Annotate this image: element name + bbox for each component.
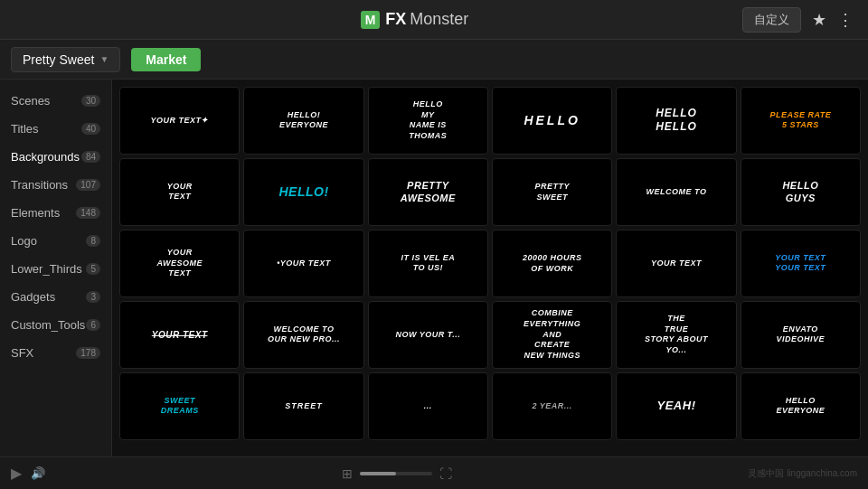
- header-actions: 自定义 ★ ⋮: [742, 7, 854, 33]
- content-area: YOUR TEXT✦ HELLO!EVERYONE HELLOMYNAME IS…: [112, 80, 868, 456]
- progress-bar[interactable]: [360, 472, 432, 475]
- grid-item-10-label: PRETTYSWEET: [531, 178, 573, 206]
- grid-item-12[interactable]: HELLOGUYS: [741, 158, 861, 226]
- grid-item-14[interactable]: •YOUR TEXT: [243, 230, 363, 297]
- volume-icon[interactable]: 🔊: [31, 466, 45, 480]
- grid-item-5[interactable]: HELLOHELLO: [616, 87, 736, 155]
- sidebar-item-logo[interactable]: Logo 8: [0, 227, 111, 255]
- grid-item-30[interactable]: HELLOEVERYONE: [741, 372, 861, 440]
- grid-item-2-label: HELLO!EVERYONE: [276, 107, 332, 135]
- grid-item-7[interactable]: YOURTEXT: [119, 158, 240, 226]
- sidebar-elements-label: Elements: [11, 206, 60, 220]
- market-tab[interactable]: Market: [131, 48, 201, 71]
- grid-item-18-label: YOUR TEXTYOUR TEXT: [771, 249, 829, 277]
- grid-item-28-label: 2 YEAR...: [528, 398, 575, 416]
- grid-item-8[interactable]: HELLO!: [243, 158, 363, 226]
- grid-item-16[interactable]: 20000 HOURSOF WORK: [492, 230, 612, 297]
- grid-item-23-label: THETRUESTORY ABOUTYO...: [641, 310, 712, 360]
- star-button[interactable]: ★: [812, 10, 826, 30]
- media-grid: YOUR TEXT✦ HELLO!EVERYONE HELLOMYNAME IS…: [119, 87, 861, 440]
- grid-item-24[interactable]: ENVATOVIDEOHIVE: [741, 301, 861, 369]
- grid-item-2[interactable]: HELLO!EVERYONE: [243, 87, 363, 155]
- fullscreen-icon[interactable]: ⛶: [439, 466, 452, 481]
- grid-item-15[interactable]: IT IS VEL EATO US!: [368, 230, 488, 297]
- sidebar-custom-tools-label: Custom_Tools: [11, 318, 85, 332]
- grid-item-13[interactable]: YOURAWESOMETEXT: [119, 230, 240, 297]
- grid-item-9-label: PRETTYAWESOME: [397, 175, 459, 209]
- sidebar-transitions-badge: 107: [76, 179, 100, 191]
- sidebar-item-transitions[interactable]: Transitions 107: [0, 171, 111, 199]
- sidebar-item-gadgets[interactable]: Gadgets 3: [0, 283, 111, 311]
- footer-right: 灵感中国 lingganchina.com: [748, 467, 857, 480]
- sidebar-elements-badge: 148: [76, 207, 100, 219]
- logo-monster: Monster: [410, 10, 468, 29]
- grid-item-21-label: NOW YOUR T...: [392, 326, 464, 344]
- sidebar-item-backgrounds[interactable]: Backgrounds 84: [0, 143, 111, 171]
- more-button[interactable]: ⋮: [837, 10, 854, 30]
- footer-center: ⊞ ⛶: [342, 466, 452, 481]
- grid-item-1-label: YOUR TEXT✦: [146, 112, 212, 130]
- sidebar-lower-thirds-label: Lower_Thirds: [11, 262, 82, 276]
- grid-item-6[interactable]: PLEASE RATE5 STARS: [741, 87, 861, 155]
- grid-item-29[interactable]: YEAH!: [616, 372, 736, 440]
- grid-item-14-label: •YOUR TEXT: [273, 255, 335, 273]
- grid-item-3-label: HELLOMYNAME ISTHOMAS: [405, 96, 450, 146]
- grid-item-9[interactable]: PRETTYAWESOME: [368, 158, 488, 226]
- grid-item-26-label: STREET: [281, 398, 326, 416]
- grid-item-28[interactable]: 2 YEAR...: [492, 372, 612, 440]
- grid-item-29-label: YEAH!: [654, 395, 700, 418]
- sidebar-sfx-badge: 178: [76, 347, 100, 359]
- grid-item-5-label: HELLOHELLO: [652, 103, 701, 138]
- sidebar-transitions-label: Transitions: [11, 178, 68, 192]
- grid-item-27[interactable]: ...: [368, 372, 488, 440]
- grid-item-19-label: YOUR TEXT: [148, 325, 212, 344]
- preset-dropdown[interactable]: Pretty Sweet ▼: [11, 47, 120, 72]
- grid-item-21[interactable]: NOW YOUR T...: [368, 301, 488, 369]
- logo-m-icon: M: [361, 11, 381, 29]
- grid-item-1[interactable]: YOUR TEXT✦: [119, 87, 240, 155]
- grid-item-27-label: ...: [420, 398, 436, 416]
- grid-view-icon[interactable]: ⊞: [342, 466, 353, 481]
- grid-item-23[interactable]: THETRUESTORY ABOUTYO...: [616, 301, 736, 369]
- logo: M FXMonster: [361, 10, 469, 29]
- grid-item-12-label: HELLOGUYS: [778, 175, 822, 209]
- grid-item-18[interactable]: YOUR TEXTYOUR TEXT: [741, 230, 861, 297]
- sidebar-item-lower-thirds[interactable]: Lower_Thirds 5: [0, 255, 111, 283]
- grid-item-15-label: IT IS VEL EATO US!: [397, 249, 458, 277]
- progress-bar-fill: [360, 472, 396, 475]
- grid-item-25[interactable]: SWEETDREAMS: [119, 372, 240, 440]
- sidebar-item-titles[interactable]: Titles 40: [0, 115, 111, 143]
- grid-item-17-label: YOUR TEXT: [647, 255, 705, 273]
- sidebar: Scenes 30 Titles 40 Backgrounds 84 Trans…: [0, 80, 112, 456]
- header: M FXMonster 自定义 ★ ⋮: [0, 0, 868, 40]
- preset-label: Pretty Sweet: [23, 52, 94, 67]
- sidebar-custom-tools-badge: 6: [86, 319, 100, 331]
- grid-item-11[interactable]: WELCOME TO: [616, 158, 736, 226]
- grid-item-3[interactable]: HELLOMYNAME ISTHOMAS: [368, 87, 488, 155]
- grid-item-4[interactable]: HELLO: [492, 87, 612, 155]
- customize-button[interactable]: 自定义: [742, 7, 801, 33]
- grid-item-17[interactable]: YOUR TEXT: [616, 230, 736, 297]
- grid-item-19[interactable]: YOUR TEXT: [119, 301, 240, 369]
- grid-item-7-label: YOURTEXT: [164, 178, 196, 206]
- grid-item-4-label: HELLO: [520, 108, 583, 132]
- sidebar-gadgets-badge: 3: [86, 291, 100, 303]
- grid-item-26[interactable]: STREET: [243, 372, 363, 440]
- footer-left: ▶ 🔊: [11, 465, 45, 482]
- sidebar-item-sfx[interactable]: SFX 178: [0, 339, 111, 367]
- sidebar-backgrounds-label: Backgrounds: [11, 150, 80, 164]
- sidebar-item-custom-tools[interactable]: Custom_Tools 6: [0, 311, 111, 339]
- sidebar-item-elements[interactable]: Elements 148: [0, 199, 111, 227]
- play-icon[interactable]: ▶: [11, 465, 22, 482]
- sidebar-logo-label: Logo: [11, 234, 37, 248]
- sidebar-backgrounds-badge: 84: [81, 151, 100, 163]
- grid-item-22[interactable]: COMBINEEVERYTHINGANDCREATENEW THINGS: [492, 301, 612, 369]
- grid-item-20-label: WELCOME TOOUR NEW PRO...: [264, 321, 344, 349]
- grid-item-8-label: HELLO!: [275, 180, 332, 203]
- sidebar-scenes-badge: 30: [81, 95, 100, 107]
- sidebar-logo-badge: 8: [86, 235, 100, 247]
- sidebar-item-scenes[interactable]: Scenes 30: [0, 87, 111, 115]
- grid-item-20[interactable]: WELCOME TOOUR NEW PRO...: [243, 301, 363, 369]
- chevron-down-icon: ▼: [99, 54, 108, 64]
- grid-item-10[interactable]: PRETTYSWEET: [492, 158, 612, 226]
